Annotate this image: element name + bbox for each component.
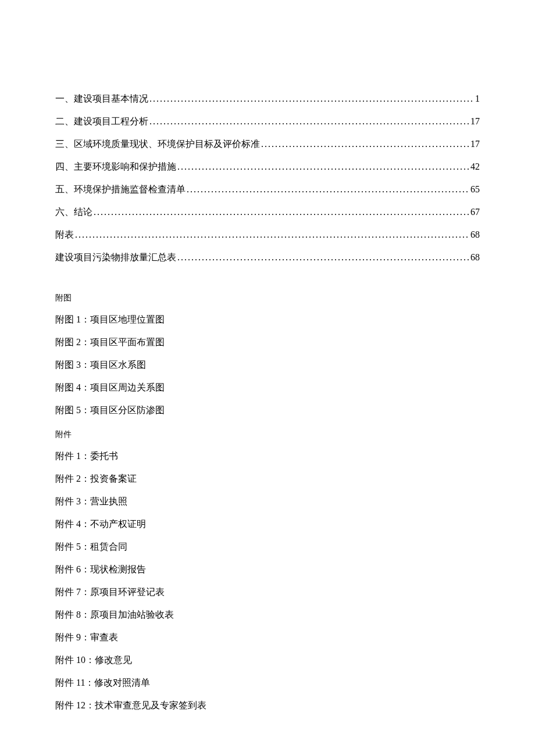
toc-entry: 四、主要环境影响和保护措施 42 xyxy=(55,161,480,173)
attachment-item: 附件 1：委托书 xyxy=(55,450,480,463)
toc-title: 六、结论 xyxy=(55,206,92,218)
toc-dots xyxy=(187,184,469,195)
toc-title: 附表 xyxy=(55,229,74,241)
toc-title: 三、区域环境质量现状、环境保护目标及评价标准 xyxy=(55,138,260,151)
attachment-item: 附件 4：不动产权证明 xyxy=(55,518,480,531)
toc-entry: 一、建设项目基本情况 1 xyxy=(55,93,480,105)
toc-entry: 三、区域环境质量现状、环境保护目标及评价标准 17 xyxy=(55,138,480,151)
attachments-header: 附件 xyxy=(55,429,480,440)
toc-dots xyxy=(177,162,469,172)
toc-entry: 附表 68 xyxy=(55,229,480,241)
attachment-item: 附件 8：原项目加油站验收表 xyxy=(55,609,480,621)
toc-dots xyxy=(177,252,469,263)
toc-dots xyxy=(261,139,469,149)
attachment-item: 附件 10：修改意见 xyxy=(55,654,480,667)
toc-title: 四、主要环境影响和保护措施 xyxy=(55,161,176,173)
attachment-item: 附件 12：技术审查意见及专家签到表 xyxy=(55,700,480,712)
figure-item: 附图 1：项目区地理位置图 xyxy=(55,314,480,326)
figures-header: 附图 xyxy=(55,293,480,303)
figures-section: 附图 附图 1：项目区地理位置图 附图 2：项目区平面布置图 附图 3：项目区水… xyxy=(55,293,480,417)
toc-page: 17 xyxy=(470,139,480,149)
figure-item: 附图 2：项目区平面布置图 xyxy=(55,336,480,349)
toc-title: 建设项目污染物排放量汇总表 xyxy=(55,252,176,264)
toc-page: 17 xyxy=(470,116,480,127)
toc-page: 1 xyxy=(475,94,480,104)
toc-dots xyxy=(75,230,469,240)
figure-item: 附图 4：项目区周边关系图 xyxy=(55,382,480,394)
attachment-item: 附件 2：投资备案证 xyxy=(55,473,480,485)
toc-dots xyxy=(149,116,469,127)
toc-page: 42 xyxy=(470,162,480,172)
toc-dots xyxy=(94,207,469,217)
table-of-contents: 一、建设项目基本情况 1 二、建设项目工程分析 17 三、区域环境质量现状、环境… xyxy=(55,93,480,264)
attachment-item: 附件 3：营业执照 xyxy=(55,496,480,508)
toc-title: 一、建设项目基本情况 xyxy=(55,93,148,105)
figure-item: 附图 3：项目区水系图 xyxy=(55,359,480,371)
toc-entry: 建设项目污染物排放量汇总表 68 xyxy=(55,252,480,264)
attachment-item: 附件 9：审查表 xyxy=(55,632,480,644)
toc-page: 68 xyxy=(470,230,480,240)
toc-title: 五、环境保护措施监督检查清单 xyxy=(55,184,186,196)
attachment-item: 附件 6：现状检测报告 xyxy=(55,564,480,576)
toc-dots xyxy=(149,94,474,104)
attachment-item: 附件 11：修改对照清单 xyxy=(55,677,480,689)
attachment-item: 附件 5：租赁合同 xyxy=(55,541,480,553)
toc-title: 二、建设项目工程分析 xyxy=(55,116,148,128)
toc-page: 65 xyxy=(470,184,480,195)
toc-page: 67 xyxy=(470,207,480,217)
attachments-section: 附件 附件 1：委托书 附件 2：投资备案证 附件 3：营业执照 附件 4：不动… xyxy=(55,429,480,712)
toc-entry: 六、结论 67 xyxy=(55,206,480,218)
toc-entry: 五、环境保护措施监督检查清单 65 xyxy=(55,184,480,196)
toc-page: 68 xyxy=(470,252,480,263)
figure-item: 附图 5：项目区分区防渗图 xyxy=(55,404,480,417)
toc-entry: 二、建设项目工程分析 17 xyxy=(55,116,480,128)
attachment-item: 附件 7：原项目环评登记表 xyxy=(55,586,480,599)
